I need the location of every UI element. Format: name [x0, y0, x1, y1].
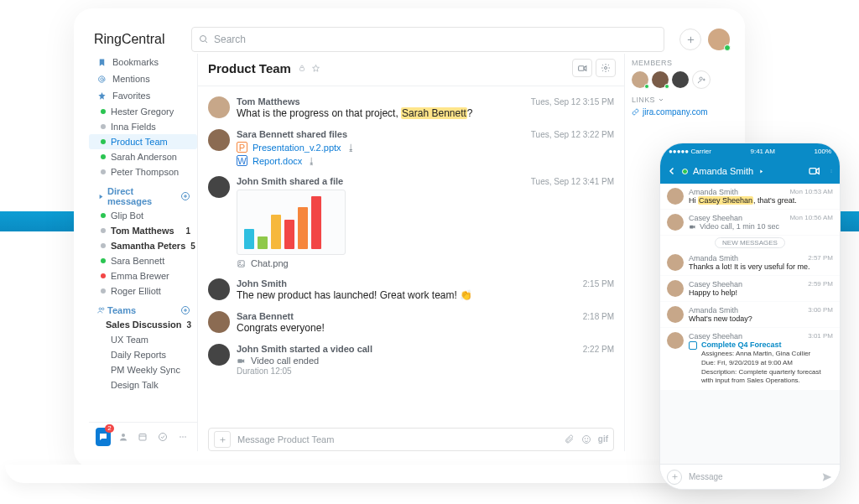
gif-button[interactable]: gif — [598, 434, 608, 444]
video-icon[interactable] — [808, 164, 821, 178]
phone-composer-placeholder: Message — [689, 472, 723, 481]
sidebar-item[interactable]: Hester Gregory — [89, 104, 197, 119]
phone-message-list[interactable]: Amanda SmithMon 10:53 AMHi Casey Sheehan… — [660, 184, 840, 464]
sidebar-item[interactable]: Daily Reports — [89, 347, 197, 362]
footer-calendar-button[interactable] — [136, 428, 151, 446]
message: John Smith started a video call2:22 PMVi… — [198, 339, 624, 381]
presence-dot — [682, 169, 688, 174]
svg-rect-38 — [690, 225, 694, 228]
plus-icon — [219, 436, 226, 444]
message: Tom MatthewsTues, Sep 12 3:15 PMWhat is … — [198, 91, 624, 124]
svg-rect-20 — [299, 68, 304, 71]
attach-icon[interactable] — [565, 434, 575, 444]
teams-icon — [97, 306, 107, 314]
send-icon — [821, 471, 833, 483]
phone-message: Amanda Smith3:00 PMWhat's new today? — [660, 302, 840, 327]
sidebar-item[interactable]: Tom Matthews1 — [89, 223, 197, 238]
back-button[interactable] — [667, 166, 677, 176]
phone-add-button[interactable] — [667, 470, 682, 485]
svg-rect-25 — [237, 359, 242, 363]
sidebar-item[interactable]: Sales Discussion3 — [89, 317, 197, 332]
phone-composer[interactable]: Message — [660, 464, 840, 489]
sidebar-favorites-header[interactable]: Favorites — [89, 87, 197, 104]
add-team-button[interactable] — [180, 305, 190, 315]
app-window: RingCentral Search Bookmarks — [89, 25, 730, 451]
member-avatar[interactable] — [632, 71, 648, 88]
composer-add-button[interactable] — [214, 431, 231, 448]
sidebar-item[interactable]: Inna Fields — [89, 119, 197, 134]
sidebar-item[interactable]: Glip Bot — [89, 208, 197, 223]
svg-rect-23 — [238, 260, 244, 266]
svg-point-28 — [582, 436, 590, 444]
svg-point-22 — [605, 67, 607, 70]
unread-badge: 2 — [105, 424, 113, 433]
star-icon — [97, 91, 107, 101]
message-composer[interactable]: Message Product Team gif — [208, 428, 614, 451]
phone-frame: ●●●●● Carrier 9:41 AM 100% Amanda Smith … — [659, 143, 841, 490]
link-icon — [632, 108, 639, 116]
add-person-icon — [697, 75, 706, 85]
sidebar-item[interactable]: UX Team — [89, 332, 197, 347]
add-dm-button[interactable] — [180, 191, 190, 201]
caret-right-icon — [758, 169, 764, 174]
phone-statusbar: ●●●●● Carrier 9:41 AM 100% — [660, 143, 840, 158]
settings-button[interactable] — [596, 59, 616, 77]
svg-point-35 — [831, 170, 832, 171]
footer-contacts-button[interactable] — [116, 428, 131, 446]
sidebar-item[interactable]: Samantha Peters5 — [89, 238, 197, 253]
svg-point-36 — [831, 171, 832, 172]
top-bar: RingCentral Search — [89, 25, 730, 54]
sidebar-teams-header[interactable]: Teams — [89, 299, 197, 317]
emoji-icon[interactable] — [581, 434, 591, 444]
member-avatar[interactable] — [652, 71, 669, 88]
sidebar-item[interactable]: Design Talk — [89, 377, 197, 392]
star-outline-icon[interactable] — [311, 64, 320, 73]
more-icon[interactable] — [830, 165, 833, 177]
chevron-down-icon — [658, 96, 664, 103]
links-heading[interactable]: LINKS — [632, 96, 723, 104]
add-button[interactable] — [679, 29, 701, 50]
lock-icon — [298, 64, 306, 72]
sidebar-item[interactable]: Sarah Anderson — [89, 149, 197, 164]
caret-icon — [97, 193, 107, 200]
at-icon — [97, 75, 107, 84]
message-list[interactable]: Tom MatthewsTues, Sep 12 3:15 PMWhat is … — [198, 86, 624, 423]
link-item[interactable]: jira.company.com — [632, 107, 723, 117]
sidebar-dm-header[interactable]: Direct messages — [89, 179, 197, 208]
member-avatar[interactable] — [672, 71, 689, 88]
sidebar-bookmarks[interactable]: Bookmarks — [89, 54, 197, 70]
add-member-button[interactable] — [692, 70, 711, 89]
phone-title: Amanda Smith — [693, 166, 753, 176]
svg-point-4 — [101, 77, 103, 80]
presence-dot — [724, 44, 731, 51]
sidebar-item[interactable]: Emma Brewer — [89, 268, 197, 283]
sidebar-item[interactable]: Product Team — [89, 134, 197, 149]
search-input[interactable]: Search — [191, 27, 664, 52]
video-call-button[interactable] — [572, 59, 592, 77]
current-user-avatar[interactable] — [708, 29, 730, 50]
sidebar-footer: 2 — [89, 422, 197, 451]
check-icon — [158, 432, 168, 442]
sidebar-item[interactable]: Roger Elliott — [89, 283, 197, 299]
composer-placeholder: Message Product Team — [237, 434, 334, 444]
brand-logo: RingCentral — [89, 32, 191, 47]
search-icon — [199, 34, 209, 44]
send-button[interactable] — [821, 471, 833, 483]
phone-header: Amanda Smith — [660, 158, 840, 184]
sidebar-mentions[interactable]: Mentions — [89, 70, 197, 87]
footer-messages-button[interactable]: 2 — [96, 428, 111, 446]
footer-tasks-button[interactable] — [155, 428, 170, 446]
phone-message: Casey Sheehan2:59 PMHappy to help! — [660, 276, 840, 301]
chat-title: Product Team — [208, 61, 291, 75]
sidebar-item[interactable]: PM Weekly Sync — [89, 362, 197, 377]
sidebar-item[interactable]: Sara Bennett — [89, 253, 197, 268]
video-icon — [577, 63, 588, 74]
footer-more-button[interactable] — [175, 428, 190, 446]
svg-rect-21 — [578, 65, 584, 70]
svg-point-19 — [185, 436, 186, 438]
sidebar-item[interactable]: Peter Thompson — [89, 164, 197, 179]
plus-icon — [671, 473, 679, 481]
search-placeholder: Search — [214, 34, 246, 45]
svg-rect-34 — [810, 169, 816, 174]
sidebar: Bookmarks Mentions Favorites Hester Greg… — [89, 54, 198, 451]
